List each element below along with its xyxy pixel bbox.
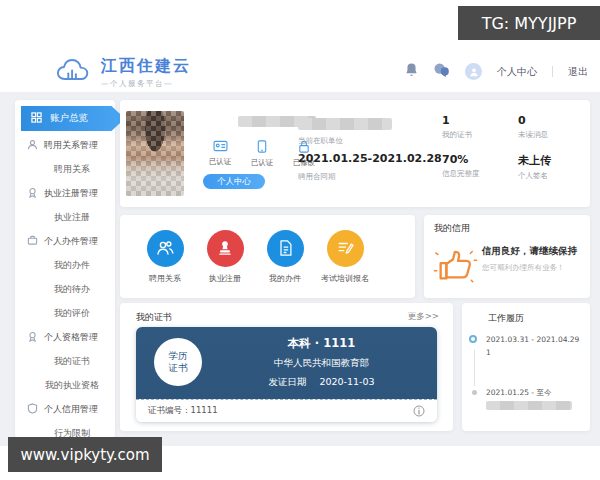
sidebar-item-label: 我的评价 bbox=[54, 307, 90, 320]
stat-value: 0 bbox=[518, 114, 588, 127]
people-icon bbox=[147, 230, 184, 267]
stat-value: 70% bbox=[442, 153, 512, 166]
sidebar: 账户总览 聘用关系管理 聘用关系 执业注册管理 执业注册 个人办件管理 我的办件… bbox=[15, 100, 115, 438]
sidebar-item-account-overview[interactable]: 账户总览 bbox=[21, 106, 125, 131]
stat-value: 1 bbox=[442, 114, 512, 127]
sidebar-item-credit-mgmt[interactable]: 个人信用管理 bbox=[15, 397, 115, 421]
serial-value: 11111 bbox=[191, 405, 218, 415]
stat-my-certificates: 1 我的证书 bbox=[442, 114, 512, 140]
profile-card: 已认证 已认证 已修改 个人中心 当前在职单位 2021.01.25-2021.… bbox=[120, 100, 590, 207]
badge-label: 已认证 bbox=[251, 158, 274, 168]
work-history-item-detail: 1 bbox=[486, 348, 491, 357]
quick-action-label: 聘用关系 bbox=[149, 273, 181, 284]
quick-action-employment[interactable]: 聘用关系 bbox=[136, 230, 194, 284]
sidebar-item-my-practice-qualification[interactable]: 我的执业资格 bbox=[15, 373, 115, 397]
stat-label: 未读消息 bbox=[518, 130, 588, 140]
quick-action-exam-training[interactable]: 考试培训报名 bbox=[316, 230, 374, 284]
credit-subtext: 您可顺利办理所有业务！ bbox=[482, 263, 586, 273]
timeline-circle-icon bbox=[469, 335, 477, 343]
certificate-issue-date: 发证日期 2020-11-03 bbox=[214, 376, 429, 389]
shield-icon bbox=[27, 403, 38, 416]
sidebar-item-label: 我的证书 bbox=[54, 355, 90, 368]
quick-action-my-cases[interactable]: 我的办件 bbox=[256, 230, 314, 284]
avatar[interactable] bbox=[465, 63, 482, 80]
header-divider bbox=[552, 66, 553, 77]
work-history-item-period: 2021.03.31 - 2021.04.29 bbox=[486, 335, 579, 344]
contract-period-label: 聘用合同期 bbox=[298, 172, 336, 182]
medal-icon bbox=[27, 187, 38, 200]
stat-value: 未上传 bbox=[518, 153, 588, 168]
badge-label: 已认证 bbox=[209, 157, 232, 167]
work-history-panel: 工作履历 2021.03.31 - 2021.04.29 1 2021.01.2… bbox=[462, 303, 590, 431]
sidebar-item-employment-mgmt[interactable]: 聘用关系管理 bbox=[15, 133, 115, 157]
more-link[interactable]: 更多>> bbox=[408, 311, 439, 323]
stat-label: 我的证书 bbox=[442, 130, 512, 140]
badge-line: 证书 bbox=[169, 362, 188, 374]
watermark-top: TG: MYYJJPP bbox=[458, 6, 600, 40]
sidebar-item-my-certificates[interactable]: 我的证书 bbox=[15, 349, 115, 373]
phone-icon bbox=[257, 140, 267, 155]
badge-line: 学历 bbox=[169, 350, 188, 362]
serial-label: 证书编号： bbox=[148, 405, 191, 415]
stat-unread-messages: 0 未读消息 bbox=[518, 114, 588, 140]
cloud-logo-icon bbox=[55, 56, 93, 89]
certificate-name: 本科 · 1111 bbox=[214, 336, 429, 351]
sidebar-item-label: 个人资格管理 bbox=[44, 331, 98, 344]
bell-icon[interactable] bbox=[405, 62, 418, 81]
sidebar-item-label: 执业注册管理 bbox=[44, 187, 98, 200]
sidebar-item-my-todo[interactable]: 我的待办 bbox=[15, 277, 115, 301]
work-history-title: 工作履历 bbox=[488, 312, 524, 325]
certificates-title: 我的证书 bbox=[136, 311, 172, 324]
info-icon[interactable] bbox=[413, 405, 425, 417]
sidebar-item-label: 我的办件 bbox=[54, 259, 90, 272]
employer-label: 当前在职单位 bbox=[298, 136, 343, 146]
contract-period-value: 2021.01.25-2021.02.28 bbox=[298, 152, 442, 165]
certificate-issuer: 中华人民共和国教育部 bbox=[214, 357, 429, 370]
profile-photo bbox=[126, 111, 184, 196]
sidebar-item-label: 个人信用管理 bbox=[44, 403, 98, 416]
user-icon bbox=[27, 139, 38, 152]
certificate-banner: 学历 证书 本科 · 1111 中华人民共和国教育部 发证日期 2020-11-… bbox=[136, 327, 437, 399]
sidebar-item-my-cases[interactable]: 我的办件 bbox=[15, 253, 115, 277]
sidebar-item-my-reviews[interactable]: 我的评价 bbox=[15, 301, 115, 325]
work-history-item-period: 2021.01.25 - 至今 bbox=[486, 388, 551, 398]
quick-action-registration[interactable]: 执业注册 bbox=[196, 230, 254, 284]
issue-date-value: 2020-11-03 bbox=[319, 376, 374, 387]
issue-date-label: 发证日期 bbox=[268, 376, 306, 387]
phone-verified-badge: 已认证 bbox=[245, 140, 279, 168]
app-subtitle: —个人服务平台— bbox=[101, 79, 191, 89]
quick-action-label: 考试培训报名 bbox=[321, 273, 369, 284]
sidebar-item-registration[interactable]: 执业注册 bbox=[15, 205, 115, 229]
sidebar-item-employment[interactable]: 聘用关系 bbox=[15, 157, 115, 181]
logo: 江西住建云 —个人服务平台— bbox=[55, 56, 191, 89]
stat-profile-completeness: 70% 信息完整度 bbox=[442, 153, 512, 179]
certificate-item[interactable]: 学历 证书 本科 · 1111 中华人民共和国教育部 发证日期 2020-11-… bbox=[136, 327, 437, 422]
redacted-company bbox=[486, 401, 572, 410]
quick-action-label: 我的办件 bbox=[269, 273, 301, 284]
stat-label: 个人签名 bbox=[518, 171, 588, 181]
timeline-line bbox=[474, 350, 475, 386]
logout-link[interactable]: 退出 bbox=[568, 65, 588, 79]
stat-personal-signature: 未上传 个人签名 bbox=[518, 153, 588, 181]
sidebar-item-label: 个人办件管理 bbox=[44, 235, 98, 248]
sidebar-item-label: 聘用关系 bbox=[54, 163, 90, 176]
logo-text: 江西住建云 —个人服务平台— bbox=[101, 56, 191, 89]
user-center-link[interactable]: 个人中心 bbox=[497, 65, 537, 79]
sidebar-item-personal-cases-mgmt[interactable]: 个人办件管理 bbox=[15, 229, 115, 253]
document-icon bbox=[267, 230, 304, 267]
sidebar-item-registration-mgmt[interactable]: 执业注册管理 bbox=[15, 181, 115, 205]
stat-label: 信息完整度 bbox=[442, 169, 512, 179]
app-title: 江西住建云 bbox=[101, 56, 191, 77]
briefcase-icon bbox=[27, 235, 38, 248]
chat-icon[interactable] bbox=[433, 62, 450, 81]
sidebar-item-label: 执业注册 bbox=[54, 211, 90, 224]
personal-center-button[interactable]: 个人中心 bbox=[203, 174, 265, 189]
stamp-icon bbox=[207, 230, 244, 267]
sidebar-item-label: 我的待办 bbox=[54, 283, 90, 296]
quick-action-label: 执业注册 bbox=[209, 273, 241, 284]
certificate-strip: 证书编号：11111 bbox=[136, 399, 437, 422]
exam-pencil-icon bbox=[327, 230, 364, 267]
ribbon-icon bbox=[27, 331, 38, 344]
quick-actions-card: 聘用关系 执业注册 我的办件 考试培训报名 bbox=[120, 215, 415, 298]
sidebar-item-qualification-mgmt[interactable]: 个人资格管理 bbox=[15, 325, 115, 349]
